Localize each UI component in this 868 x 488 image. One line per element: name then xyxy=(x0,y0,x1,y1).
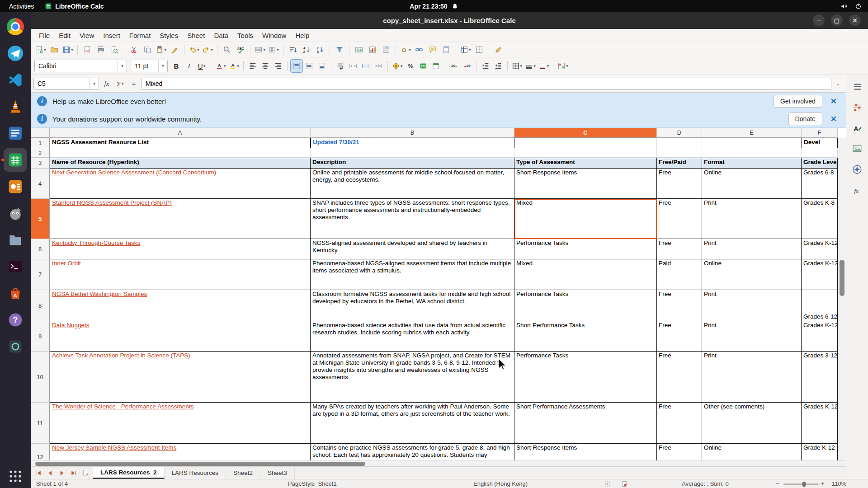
cell-E11[interactable]: Other (see comments) xyxy=(702,403,802,444)
cut-button[interactable] xyxy=(127,43,140,56)
sheet-tab-sheet2[interactable]: Sheet2 xyxy=(226,467,260,479)
vertical-scrollbar-thumb[interactable] xyxy=(840,260,844,296)
row-header-7[interactable]: 7 xyxy=(31,259,50,290)
cell-D1[interactable] xyxy=(657,138,702,148)
sidebar-settings-button[interactable] xyxy=(849,79,865,94)
sheet-tab-lars-resources-2[interactable]: LARS Resources_2 xyxy=(93,467,165,479)
format-percent-button[interactable]: % xyxy=(405,60,416,72)
cell-F4[interactable]: Grades 6-8 xyxy=(802,169,838,199)
cell-C3[interactable]: Type of Assessment xyxy=(514,158,657,169)
add-decimal-button[interactable]: .00 xyxy=(448,60,460,72)
column-header-A[interactable]: A xyxy=(50,128,311,138)
infobar-close-icon[interactable]: ✕ xyxy=(828,114,840,124)
minimize-button[interactable]: ─ xyxy=(813,14,825,26)
gallery-deck-button[interactable] xyxy=(849,141,865,156)
row-header-8[interactable]: 8 xyxy=(31,290,50,321)
cell-F6[interactable]: Grades K-12 xyxy=(802,239,838,259)
insert-row-dropdown-arrow[interactable]: ▾ xyxy=(263,47,265,52)
find-replace-button[interactable] xyxy=(221,43,233,56)
clock-button[interactable]: Apr 21 23:50 xyxy=(410,3,458,10)
cell-D7[interactable]: Paid xyxy=(657,259,702,290)
cell-A8[interactable]: NGSA Bethel Washington Samples xyxy=(50,290,311,321)
column-header-C[interactable]: C xyxy=(514,128,657,138)
font-name-dropdown-arrow[interactable]: ▾ xyxy=(118,60,127,72)
insert-column-button[interactable]: ▾ xyxy=(267,43,280,56)
cell-C6[interactable]: Performance Tasks xyxy=(514,239,657,259)
cell-B6[interactable]: NGSS-aligned assessment developed and sh… xyxy=(311,239,514,259)
cell-A1[interactable]: NGSS Assessment Resource List xyxy=(50,138,311,148)
row-header-4[interactable]: 4 xyxy=(31,169,50,199)
show-draw-functions-button[interactable] xyxy=(492,43,505,56)
cell-B7[interactable]: Phenomena-based NGSS-aligned assessment … xyxy=(311,259,514,290)
background-color-button[interactable]: ▾ xyxy=(538,60,550,72)
row-header-6[interactable]: 6 xyxy=(31,239,50,259)
unmerge-cells-button[interactable] xyxy=(373,60,384,72)
font-color-dropdown-arrow[interactable]: ▾ xyxy=(224,64,226,68)
sort-ascending-button[interactable]: AZ xyxy=(300,43,313,56)
align-center-button[interactable] xyxy=(259,60,271,72)
cell-D8[interactable]: Free xyxy=(657,290,702,321)
maximize-button[interactable]: ▢ xyxy=(831,14,843,26)
zoom-in-button[interactable]: + xyxy=(821,480,825,487)
cell-A11[interactable]: The Wonder of Science - Performance Asse… xyxy=(50,403,311,444)
row-header-2[interactable]: 2 xyxy=(31,148,50,158)
cell-F8[interactable]: Grades 6-12 xyxy=(802,290,838,321)
font-name-combo[interactable]: Calibri ▾ xyxy=(34,60,127,72)
cell-A9[interactable]: Data Nuggets xyxy=(50,321,311,352)
highlight-color-dropdown-arrow[interactable]: ▾ xyxy=(237,64,240,68)
cell-C5[interactable]: Mixed xyxy=(514,199,657,239)
menu-styles[interactable]: Styles xyxy=(155,30,183,41)
vertical-scrollbar[interactable] xyxy=(838,138,846,460)
cell-F10[interactable]: Grades 3-12 xyxy=(802,352,838,403)
system-status-area[interactable] xyxy=(840,3,868,10)
grid-corner[interactable] xyxy=(31,128,50,138)
copy-button[interactable] xyxy=(141,43,154,56)
column-header-E[interactable]: E xyxy=(702,128,802,138)
menu-help[interactable]: Help xyxy=(291,30,314,41)
document-modified-icon[interactable] xyxy=(621,481,627,488)
cell-F2[interactable] xyxy=(802,148,838,158)
cell-D2[interactable] xyxy=(657,148,702,158)
formula-input[interactable] xyxy=(142,78,831,90)
activities-button[interactable]: Activities xyxy=(6,2,37,11)
properties-deck-button[interactable] xyxy=(849,99,865,115)
cell-E2[interactable] xyxy=(702,148,802,158)
font-color-button[interactable]: A▾ xyxy=(214,60,227,72)
print-button[interactable] xyxy=(94,43,107,56)
undo-dropdown-arrow[interactable]: ▾ xyxy=(197,47,199,52)
page-style[interactable]: PageStyle_Sheet1 xyxy=(288,480,337,487)
menu-edit[interactable]: Edit xyxy=(54,30,75,41)
cell-F12[interactable]: Grade K-12 xyxy=(802,444,838,460)
center-vertically-button[interactable] xyxy=(303,60,315,72)
row-header-1[interactable]: 1 xyxy=(31,138,50,148)
cell-C1[interactable] xyxy=(514,138,657,148)
special-character-button[interactable]: Ω▾ xyxy=(399,43,412,56)
pivot-table-button[interactable] xyxy=(380,43,392,56)
dock-item-terminal[interactable] xyxy=(4,255,27,278)
export-pdf-button[interactable]: PDF xyxy=(81,43,94,56)
font-size-combo[interactable]: 11 pt ▾ xyxy=(131,60,168,72)
cell-E7[interactable]: Online xyxy=(702,259,802,290)
align-top-button[interactable] xyxy=(291,60,302,72)
selection-mode-icon[interactable] xyxy=(604,481,611,488)
column-header-D[interactable]: D xyxy=(657,128,702,138)
function-wizard-button[interactable]: fx xyxy=(101,78,113,90)
sheet-tab-lars-resources[interactable]: LARS Resources xyxy=(165,467,226,479)
background-color-dropdown-arrow[interactable]: ▾ xyxy=(547,64,549,68)
column-header-B[interactable]: B xyxy=(311,128,514,138)
window-titlebar[interactable]: copy_sheet_insert.xlsx - LibreOffice Cal… xyxy=(31,12,868,29)
zoom-slider-thumb[interactable] xyxy=(802,482,806,487)
dock-item-help[interactable]: ? xyxy=(4,308,27,332)
dock-item-messenger[interactable] xyxy=(4,42,27,65)
cell-E6[interactable]: Print xyxy=(702,239,802,259)
column-header-F[interactable]: F xyxy=(802,128,838,138)
insert-comment-button[interactable] xyxy=(426,43,439,56)
conditional-formatting-button[interactable]: ▾ xyxy=(557,60,569,72)
wrap-text-button[interactable] xyxy=(335,60,346,72)
cell-E1[interactable] xyxy=(702,138,802,148)
border-style-dropdown-arrow[interactable]: ▾ xyxy=(533,64,536,68)
save-button[interactable]: ▾ xyxy=(61,43,74,56)
cell-A6[interactable]: Kentucky Through-Course Tasks xyxy=(50,239,311,259)
underline-button[interactable]: U▾ xyxy=(196,60,208,72)
cell-F1[interactable]: Devel xyxy=(802,138,838,148)
